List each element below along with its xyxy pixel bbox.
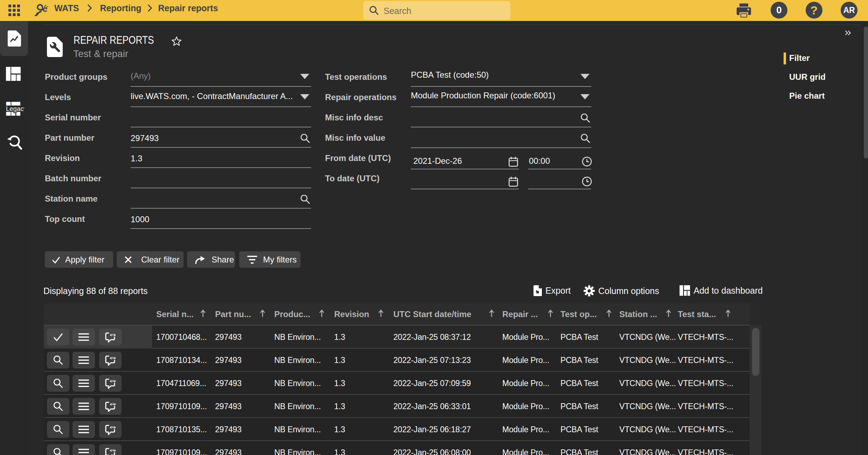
svg-text:Legacy: Legacy [6, 105, 24, 112]
